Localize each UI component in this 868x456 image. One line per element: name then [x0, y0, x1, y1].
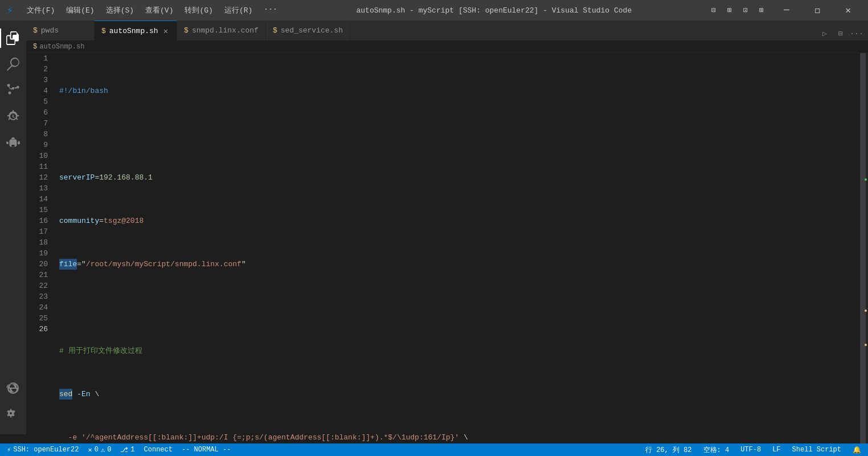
ln-13: 13: [26, 183, 48, 194]
code-line-3: serverIP=192.168.88.1: [59, 172, 860, 183]
status-ssh-label: SSH: openEuler22: [13, 446, 79, 454]
code-editor[interactable]: #!/bin/bash serverIP=192.168.88.1 commun…: [55, 53, 860, 443]
tab-autosnmp-icon: $: [101, 27, 106, 35]
ln-3: 3: [26, 75, 48, 85]
line-numbers: 1 2 3 4 5 6 7 8 9 10 11 12 13 14 15 16 1…: [26, 53, 55, 443]
status-language[interactable]: Shell Script: [790, 443, 844, 456]
status-errors[interactable]: ✕ 0 ⚠ 0: [85, 443, 113, 456]
ln-19: 19: [26, 248, 48, 259]
titlebar-menu: 文件(F) 编辑(E) 选择(S) 查看(V) 转到(G) 运行(R) ···: [22, 4, 282, 17]
ln-2: 2: [26, 64, 48, 75]
activity-bar: [0, 21, 26, 434]
ln-21: 21: [26, 270, 48, 280]
ln-4: 4: [26, 85, 48, 96]
status-branch-icon: ⎇: [120, 446, 128, 454]
run-button[interactable]: ▷: [818, 27, 832, 40]
status-spaces[interactable]: 空格: 4: [701, 443, 732, 456]
code-line-7: # 用于打印文件修改过程: [59, 345, 860, 356]
code-line-2: [59, 129, 860, 140]
status-error-count: 0: [95, 446, 99, 454]
tab-sed-service[interactable]: $ sed_service.sh: [266, 21, 350, 40]
tab-pwds[interactable]: $ pwds: [26, 21, 95, 40]
titlebar: ⚡ 文件(F) 编辑(E) 选择(S) 查看(V) 转到(G) 运行(R) ··…: [0, 0, 868, 21]
tab-actions: ▷ ⊟ ···: [813, 27, 868, 40]
menu-goto[interactable]: 转到(G): [180, 4, 217, 17]
customize-layout-icon[interactable]: ⊞: [754, 3, 769, 18]
activity-debug-icon[interactable]: [0, 104, 26, 130]
menu-more[interactable]: ···: [259, 4, 281, 17]
menu-select[interactable]: 选择(S): [101, 4, 138, 17]
status-encoding-label: UTF-8: [740, 446, 761, 454]
code-line-9: -e '/^agentAddress[[:blank:]]+udp:/I {=;…: [59, 432, 860, 443]
tab-sed-service-icon: $: [273, 26, 277, 35]
vscode-logo: ⚡: [7, 4, 13, 17]
minimize-button[interactable]: ─: [773, 0, 800, 21]
status-warning-count: 0: [107, 446, 111, 454]
color-indicator-yellow: [865, 310, 867, 312]
status-line-col[interactable]: 行 26, 列 82: [643, 443, 694, 456]
ln-14: 14: [26, 194, 48, 205]
status-ssh[interactable]: ⚡ SSH: openEuler22: [5, 443, 81, 456]
menu-view[interactable]: 查看(V): [141, 4, 178, 17]
color-indicator-green: [865, 178, 867, 181]
tab-sed-service-label: sed_service.sh: [281, 26, 343, 35]
status-language-label: Shell Script: [792, 446, 841, 454]
ln-17: 17: [26, 226, 48, 237]
status-branch-label: 1: [130, 446, 134, 454]
status-connect-label: Connect: [144, 446, 173, 454]
ln-22: 22: [26, 280, 48, 291]
ln-11: 11: [26, 161, 48, 172]
ln-9: 9: [26, 140, 48, 150]
ln-5: 5: [26, 96, 48, 107]
breadcrumb: $ autoSnmp.sh: [26, 40, 868, 53]
ln-18: 18: [26, 237, 48, 248]
tab-autosnmp-close[interactable]: ✕: [162, 26, 170, 36]
layout-toggle-icon[interactable]: ⊟: [706, 3, 721, 18]
ln-6: 6: [26, 107, 48, 118]
status-mode: -- NORMAL --: [179, 443, 233, 456]
status-connect[interactable]: Connect: [142, 443, 175, 456]
activity-source-control-icon[interactable]: [0, 78, 26, 104]
code-line-6: [59, 302, 860, 313]
tab-snmpd[interactable]: $ snmpd.linx.conf: [177, 21, 266, 40]
activity-remote-icon[interactable]: [0, 375, 26, 401]
menu-file[interactable]: 文件(F): [22, 4, 59, 17]
minimap: [860, 53, 868, 443]
activity-extensions-icon[interactable]: [0, 130, 26, 156]
code-line-1: #!/bin/bash: [59, 85, 860, 96]
status-eol[interactable]: LF: [770, 443, 783, 456]
ln-7: 7: [26, 118, 48, 129]
status-eol-label: LF: [772, 446, 780, 454]
status-warning-icon: ⚠: [101, 446, 105, 454]
ln-10: 10: [26, 150, 48, 161]
ln-20: 20: [26, 259, 48, 270]
status-error-icon: ✕: [88, 446, 92, 454]
tab-autosnmp[interactable]: $ autoSnmp.sh ✕: [95, 21, 177, 40]
panel-toggle-icon[interactable]: ⊡: [738, 3, 753, 18]
restore-button[interactable]: ◻: [804, 0, 830, 21]
ln-1: 1: [26, 53, 48, 64]
titlebar-controls: ⊟ ⊞ ⊡ ⊞ ─ ◻ ✕: [706, 0, 861, 21]
activity-explorer-icon[interactable]: [0, 25, 26, 51]
menu-run[interactable]: 运行(R): [220, 4, 257, 17]
status-branch[interactable]: ⎇ 1: [118, 443, 137, 456]
menu-edit[interactable]: 编辑(E): [62, 4, 99, 17]
activity-settings-icon[interactable]: [0, 401, 26, 427]
ln-16: 16: [26, 215, 48, 226]
ln-15: 15: [26, 205, 48, 215]
sidebar-toggle-icon[interactable]: ⊞: [722, 3, 737, 18]
status-encoding[interactable]: UTF-8: [738, 443, 763, 456]
split-editor-button[interactable]: ⊟: [834, 27, 847, 40]
status-mode-label: -- NORMAL --: [182, 446, 231, 454]
more-actions-button[interactable]: ···: [850, 27, 863, 40]
color-indicator-yellow2: [865, 344, 867, 346]
status-notifications[interactable]: 🔔: [850, 443, 863, 456]
activity-search-icon[interactable]: [0, 51, 26, 78]
notification-bell-icon: 🔔: [853, 446, 861, 454]
status-line-col-label: 行 26, 列 82: [645, 445, 692, 455]
ln-26: 26: [26, 324, 48, 335]
ln-25: 25: [26, 313, 48, 324]
titlebar-title: autoSnmp.sh - myScript [SSH: openEuler22…: [357, 6, 632, 15]
close-button[interactable]: ✕: [835, 0, 861, 21]
editor: 1 2 3 4 5 6 7 8 9 10 11 12 13 14 15 16 1…: [26, 53, 860, 443]
